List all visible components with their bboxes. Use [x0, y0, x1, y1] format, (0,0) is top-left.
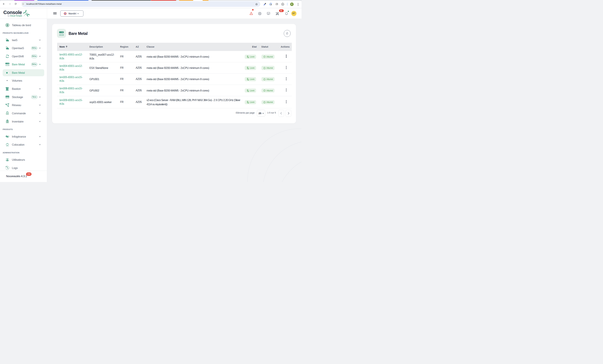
svg-text:rM: rM	[276, 3, 278, 5]
